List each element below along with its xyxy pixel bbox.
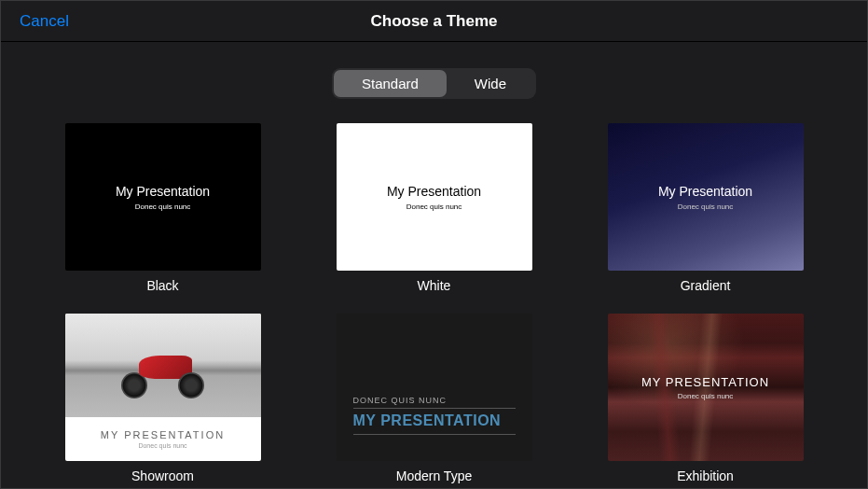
sample-subtitle: Donec quis nunc: [406, 203, 462, 211]
header: Cancel Choose a Theme: [1, 1, 867, 42]
theme-white[interactable]: My Presentation Donec quis nunc White: [317, 123, 551, 293]
theme-black[interactable]: My Presentation Donec quis nunc Black: [46, 123, 280, 293]
segment-wrap: Standard Wide: [332, 68, 536, 99]
theme-thumbnail: My Presentation Donec quis nunc: [65, 123, 261, 271]
theme-gradient[interactable]: My Presentation Donec quis nunc Gradient: [588, 123, 822, 293]
sample-subtitle: Donec quis nunc: [135, 203, 191, 211]
theme-modern-type[interactable]: DONEC QUIS NUNC MY PRESENTATION Modern T…: [317, 314, 551, 483]
motorcycle-icon: [104, 344, 222, 401]
aspect-ratio-segmented-control: Standard Wide: [1, 68, 867, 99]
sample-subtitle: Donec quis nunc: [138, 442, 186, 449]
theme-thumbnail: DONEC QUIS NUNC MY PRESENTATION: [337, 314, 532, 461]
theme-thumbnail: My Presentation Donec quis nunc: [337, 123, 532, 271]
sample-title: MY PRESENTATION: [641, 375, 769, 389]
sample-subtitle: DONEC QUIS NUNC: [353, 396, 516, 409]
theme-label: White: [418, 278, 451, 293]
sample-subtitle: Donec quis nunc: [678, 392, 734, 400]
sample-title: My Presentation: [658, 184, 752, 199]
segment-standard[interactable]: Standard: [334, 70, 447, 97]
theme-thumbnail: MY PRESENTATION Donec quis nunc: [65, 314, 261, 461]
showroom-text: MY PRESENTATION Donec quis nunc: [65, 417, 261, 461]
segment-wide[interactable]: Wide: [447, 70, 534, 97]
sample-title: MY PRESENTATION: [353, 412, 516, 435]
theme-label: Exhibition: [677, 468, 734, 483]
theme-label: Modern Type: [396, 468, 472, 483]
theme-showroom[interactable]: MY PRESENTATION Donec quis nunc Showroom: [46, 314, 280, 483]
theme-label: Gradient: [681, 278, 731, 293]
theme-grid: My Presentation Donec quis nunc Black My…: [1, 123, 867, 483]
theme-thumbnail: MY PRESENTATION Donec quis nunc: [608, 314, 804, 461]
theme-thumbnail: My Presentation Donec quis nunc: [608, 123, 804, 271]
cancel-button[interactable]: Cancel: [20, 12, 69, 31]
showroom-image: [65, 314, 261, 417]
page-title: Choose a Theme: [370, 12, 497, 31]
theme-exhibition[interactable]: MY PRESENTATION Donec quis nunc Exhibiti…: [588, 314, 822, 483]
sample-subtitle: Donec quis nunc: [678, 203, 734, 211]
sample-title: MY PRESENTATION: [101, 429, 225, 440]
sample-title: My Presentation: [116, 184, 210, 199]
theme-label: Showroom: [131, 468, 194, 483]
sample-title: My Presentation: [387, 184, 481, 199]
theme-label: Black: [146, 278, 178, 293]
